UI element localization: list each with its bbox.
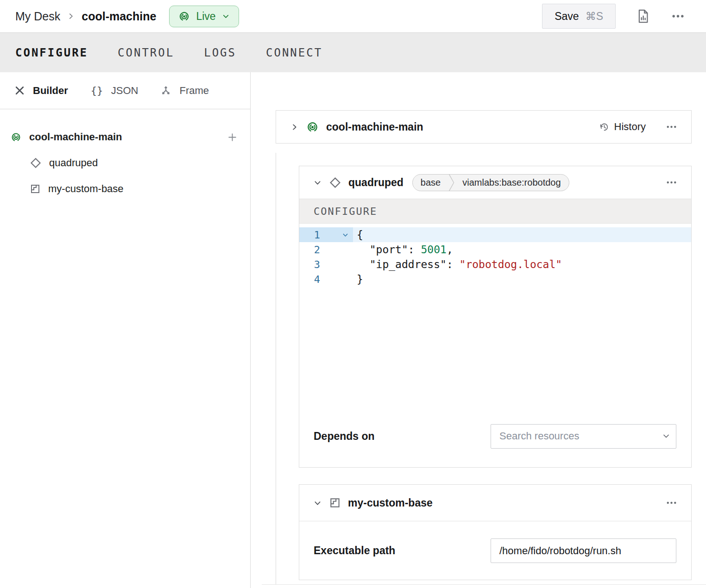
header-overflow-menu-button[interactable] xyxy=(670,11,686,22)
badge-divider-icon xyxy=(448,174,454,191)
machine-part-icon xyxy=(306,120,319,134)
component-icon xyxy=(30,157,42,169)
config-main-panel: cool-machine-main History xyxy=(251,72,706,588)
component-card-menu-button[interactable] xyxy=(665,178,678,187)
code-line: 4 } xyxy=(299,272,691,287)
configure-content: Builder {} JSON Frame xyxy=(0,72,706,588)
line-number: 4 xyxy=(299,274,320,285)
component-card-title: quadruped xyxy=(348,176,403,189)
chevron-right-icon xyxy=(290,123,299,131)
chevron-down-icon xyxy=(221,12,230,21)
tree-item-quadruped[interactable]: quadruped xyxy=(0,150,250,176)
ellipsis-icon xyxy=(665,122,678,131)
tab-control[interactable]: CONTROL xyxy=(118,46,174,59)
machine-status-label: Live xyxy=(196,10,215,23)
executable-path-row: Executable path xyxy=(299,521,691,580)
resource-tree: cool-machine-main quadruped xyxy=(0,109,250,202)
module-icon xyxy=(329,497,341,509)
save-button[interactable]: Save ⌘S xyxy=(542,4,616,29)
machine-metrics-button[interactable] xyxy=(636,8,650,24)
app-window: My Desk cool-machine Live Save ⌘S xyxy=(0,0,706,588)
tools-icon xyxy=(14,85,25,96)
metrics-file-icon xyxy=(636,8,650,24)
svg-text:{}: {} xyxy=(91,85,103,96)
scroll-boundary-line xyxy=(262,584,706,585)
braces-icon: {} xyxy=(90,85,104,97)
depends-on-row: Depends on xyxy=(299,405,691,467)
module-card-collapse-button[interactable] xyxy=(313,499,322,507)
my-custom-base-module-card: my-custom-base Executable path xyxy=(299,484,692,580)
ellipsis-icon xyxy=(670,11,686,22)
machine-part-card: cool-machine-main History xyxy=(276,110,692,144)
module-card-menu-button[interactable] xyxy=(665,498,678,507)
fold-chevron-icon xyxy=(342,231,349,238)
executable-path-label: Executable path xyxy=(314,544,395,557)
attributes-code-editor[interactable]: 1 { 2 "port": 5001, 3 "ip_addres xyxy=(299,224,691,405)
chevron-down-icon xyxy=(313,178,322,187)
save-shortcut-hint: ⌘S xyxy=(586,10,603,23)
breadcrumb-current: cool-machine xyxy=(82,10,156,23)
ellipsis-icon xyxy=(665,498,678,507)
header-actions: Save ⌘S xyxy=(542,4,686,29)
mode-frame[interactable]: Frame xyxy=(160,85,209,97)
tree-item-machine-part[interactable]: cool-machine-main xyxy=(0,124,250,150)
code-line: 1 { xyxy=(299,227,691,242)
history-button[interactable]: History xyxy=(599,121,646,133)
depends-on-search-input[interactable] xyxy=(491,424,676,449)
machine-part-icon xyxy=(10,131,22,143)
frame-axes-icon xyxy=(160,85,172,97)
breadcrumb-separator-icon xyxy=(67,12,75,20)
breadcrumb-parent[interactable]: My Desk xyxy=(15,10,60,23)
component-icon xyxy=(329,176,341,189)
line-number: 2 xyxy=(299,244,320,256)
depends-on-label: Depends on xyxy=(314,430,375,443)
tree-indent-line xyxy=(276,153,276,584)
header: My Desk cool-machine Live Save ⌘S xyxy=(0,0,706,32)
mode-json[interactable]: {} JSON xyxy=(90,85,139,97)
component-type-badge: base viamlabs:base:robotdog xyxy=(412,174,569,191)
code-line: 2 "port": 5001, xyxy=(299,242,691,257)
quadruped-component-card: quadruped base viamlabs:base:robotdog CO… xyxy=(299,166,692,468)
component-card-collapse-button[interactable] xyxy=(313,178,322,187)
machine-card-title: cool-machine-main xyxy=(326,121,423,133)
configure-section-header: CONFIGURE xyxy=(299,199,691,224)
chevron-down-icon xyxy=(313,499,322,507)
module-card-title: my-custom-base xyxy=(348,497,433,509)
machine-status-dropdown[interactable]: Live xyxy=(169,6,239,27)
sidebar: Builder {} JSON Frame xyxy=(0,72,251,588)
machine-card-menu-button[interactable] xyxy=(665,122,678,131)
tab-logs[interactable]: LOGS xyxy=(204,46,236,59)
code-line: 3 "ip_address": "robotdog.local" xyxy=(299,257,691,272)
component-model: viamlabs:base:robotdog xyxy=(454,177,568,188)
line-number: 3 xyxy=(299,259,320,270)
mode-builder[interactable]: Builder xyxy=(14,85,68,97)
module-icon xyxy=(30,183,41,194)
code-fold-button[interactable] xyxy=(320,231,353,238)
ellipsis-icon xyxy=(665,178,678,187)
machine-card-expand-button[interactable] xyxy=(290,123,299,131)
plus-icon xyxy=(227,131,238,143)
component-type: base xyxy=(413,177,448,188)
tree-item-my-custom-base[interactable]: my-custom-base xyxy=(0,176,250,202)
machine-tab-bar: CONFIGURE CONTROL LOGS CONNECT xyxy=(0,32,706,72)
tab-connect[interactable]: CONNECT xyxy=(266,46,322,59)
config-mode-switcher: Builder {} JSON Frame xyxy=(0,72,250,109)
line-number: 1 xyxy=(299,229,320,241)
executable-path-input[interactable] xyxy=(491,538,676,563)
tab-configure[interactable]: CONFIGURE xyxy=(15,46,88,59)
add-resource-button[interactable] xyxy=(227,131,238,143)
live-status-icon xyxy=(178,10,190,23)
history-icon xyxy=(599,121,610,132)
